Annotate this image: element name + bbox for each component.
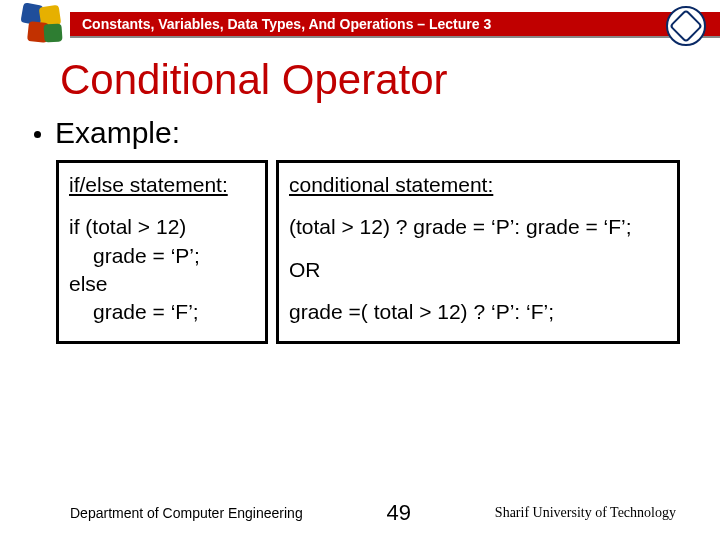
university-seal-icon <box>666 6 706 46</box>
bullet-dot-icon <box>34 131 41 138</box>
code-line: grade = ‘P’; <box>69 242 255 270</box>
left-heading: if/else statement: <box>69 171 255 199</box>
code-line: grade = ‘F’; <box>69 298 255 326</box>
bullet-example: Example: <box>34 116 720 150</box>
code-comparison: if/else statement: if (total > 12) grade… <box>56 160 680 344</box>
code-line: (total > 12) ? grade = ‘P’: grade = ‘F’; <box>289 213 667 241</box>
puzzle-logo-icon <box>22 4 64 46</box>
lecture-title: Constants, Variables, Data Types, And Op… <box>82 16 491 32</box>
department-label: Department of Computer Engineering <box>70 505 303 521</box>
code-line: else <box>69 270 255 298</box>
if-else-box: if/else statement: if (total > 12) grade… <box>56 160 268 344</box>
university-label: Sharif University of Technology <box>495 505 676 521</box>
lecture-title-bar: Constants, Variables, Data Types, And Op… <box>70 12 720 38</box>
header-bar: Constants, Variables, Data Types, And Op… <box>0 0 720 46</box>
slide-title: Conditional Operator <box>60 56 720 104</box>
conditional-box: conditional statement: (total > 12) ? gr… <box>276 160 680 344</box>
code-line: if (total > 12) <box>69 213 255 241</box>
or-label: OR <box>289 256 667 284</box>
slide-footer: Department of Computer Engineering 49 Sh… <box>0 500 720 526</box>
bullet-text: Example: <box>55 116 180 150</box>
page-number: 49 <box>387 500 411 526</box>
right-heading: conditional statement: <box>289 171 667 199</box>
code-line: grade =( total > 12) ? ‘P’: ‘F’; <box>289 298 667 326</box>
